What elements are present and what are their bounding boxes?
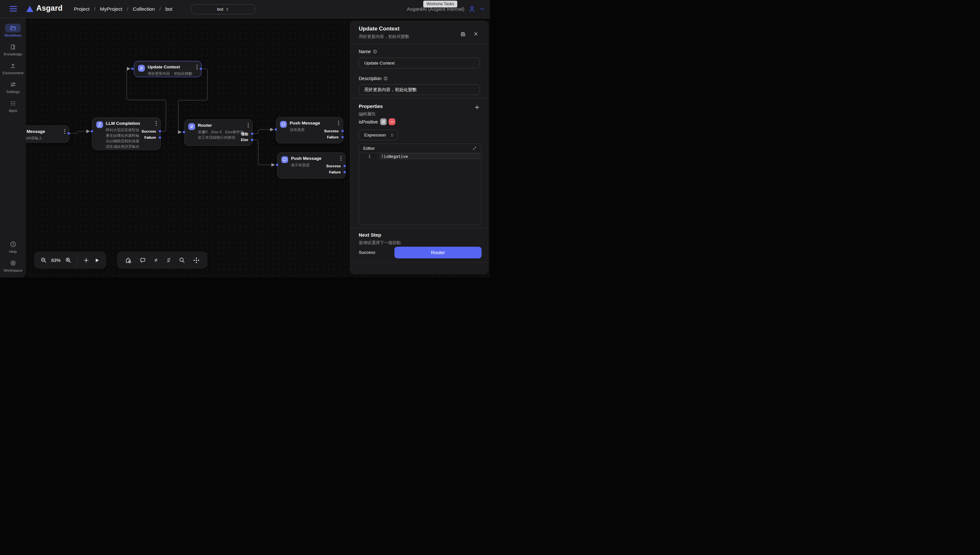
move-button[interactable] — [193, 257, 200, 264]
description-label: Description — [359, 76, 388, 81]
wire — [69, 131, 90, 133]
node-description: 呼叫大型語言模型並產生結構化的資料輸出以輔助流程的決策或生成自然語言輸出 — [106, 127, 143, 149]
output-port-label: Else — [241, 138, 248, 142]
name-input[interactable]: Update Context — [359, 58, 480, 68]
remove-property-button[interactable] — [389, 118, 396, 125]
properties-title: Properties — [359, 103, 383, 109]
folder-icon — [5, 24, 21, 32]
user-icon[interactable] — [468, 5, 476, 13]
node-title: Router — [198, 123, 212, 128]
node-description: 依據If、Else If、Else條件決定工作流程執行的路徑 — [198, 129, 244, 140]
kebab-menu-icon[interactable] — [155, 121, 157, 126]
sidebar-item-label: Workflows — [5, 34, 22, 37]
sidebar-item-workspace[interactable]: Workspace — [1, 259, 25, 272]
book-icon — [5, 42, 21, 51]
breadcrumb-item-bot[interactable]: bot — [165, 6, 172, 12]
node-llm-completion[interactable]: LLM Completion呼叫大型語言模型並產生結構化的資料輸出以輔助流程的決… — [92, 117, 161, 151]
run-button[interactable] — [94, 257, 100, 263]
add-property-button[interactable] — [474, 104, 480, 110]
sidebar-item-knowledge[interactable]: Knowledge — [1, 42, 25, 56]
node-update-context[interactable]: Update Context用於更新內容，初始化變數 — [134, 61, 202, 77]
swap-button[interactable] — [154, 258, 159, 263]
sidebar-item-label: Environment — [3, 71, 24, 75]
add-node-button[interactable] — [125, 257, 132, 264]
editor-line-number: 1 — [366, 154, 373, 159]
next-step-target-button[interactable]: Router — [394, 247, 482, 258]
sidebar-item-settings[interactable]: Settings — [1, 80, 25, 94]
node-router[interactable]: Router依據If、Else If、Else條件決定工作流程執行的路徑假如El… — [184, 119, 253, 146]
grid-icon — [5, 99, 21, 107]
wire — [252, 130, 273, 134]
sidebar-item-environment[interactable]: Environment — [1, 61, 25, 75]
breadcrumb-item-myproject[interactable]: MyProject — [100, 6, 123, 12]
updown-chevron-icon — [390, 133, 394, 138]
kebab-menu-icon[interactable] — [338, 120, 339, 125]
kebab-menu-icon[interactable] — [248, 123, 249, 128]
sidebar: WorkflowsKnowledgeEnvironmentSettingsApp… — [0, 18, 26, 278]
close-icon[interactable] — [474, 31, 478, 36]
node-title: Update Context — [148, 64, 180, 69]
kebab-menu-icon[interactable] — [64, 129, 66, 134]
breadcrumb-item-project[interactable]: Project — [74, 6, 90, 12]
zoom-out-button[interactable] — [40, 257, 47, 263]
sidebar-item-label: Knowledge — [4, 52, 22, 56]
panel-divider — [350, 228, 488, 228]
breadcrumb-separator: / — [127, 6, 128, 12]
output-port-label: Failure — [144, 135, 156, 140]
sidebar-item-apps[interactable]: Apps — [1, 99, 25, 112]
node-title: Push Message — [290, 120, 320, 125]
kebab-menu-icon[interactable] — [340, 156, 341, 161]
description-input[interactable]: 用於更新內容，初始化變數 — [359, 84, 480, 95]
edit-property-button[interactable] — [380, 118, 387, 125]
editor-code[interactable]: !isNegative — [381, 154, 408, 159]
next-step-subtitle: 新增或選擇下一個節點 — [359, 240, 401, 246]
name-label: Name — [359, 49, 377, 54]
hamburger-menu-icon[interactable] — [10, 5, 17, 12]
sidebar-item-workflows[interactable]: Workflows — [1, 24, 25, 37]
breadcrumb-item-collection[interactable]: Collection — [133, 6, 155, 12]
node-palette-toolbar — [117, 252, 207, 269]
expression-editor[interactable]: Editor 1 !isNegative — [359, 144, 481, 225]
sidebar-item-label: Help — [9, 250, 17, 253]
search-button[interactable] — [179, 257, 186, 263]
info-icon — [383, 76, 388, 81]
upload-icon — [5, 61, 21, 70]
property-type-select[interactable]: Expression — [359, 130, 398, 140]
panel-title: Update Context — [359, 26, 400, 32]
node-description: 訊息內容輸入 — [26, 135, 65, 141]
output-port-label: Failure — [329, 170, 341, 174]
sidebar-item-help[interactable]: ?Help — [1, 240, 25, 253]
brand-name: Asgard — [36, 4, 62, 13]
add-button[interactable] — [83, 257, 90, 263]
breadcrumb: Project/MyProject/Collection/bot — [74, 0, 172, 18]
help-icon: ? — [5, 240, 21, 249]
comment-button[interactable] — [139, 257, 146, 263]
pencil-icon — [381, 120, 385, 124]
editor-title: Editor — [363, 146, 375, 151]
updown-chevron-icon — [226, 7, 229, 12]
zoom-in-button[interactable] — [65, 257, 72, 263]
node-inspector-panel: Update Context 用於更新內容，初始化變數 Name Update … — [350, 21, 488, 274]
port-dot[interactable] — [131, 67, 133, 70]
properties-subtitle: 編輯屬性 — [359, 111, 376, 117]
save-icon[interactable] — [460, 31, 466, 37]
account-chevron-down-icon[interactable] — [480, 6, 485, 12]
node-title: LLM Completion — [106, 121, 140, 126]
node-push-message-1[interactable]: Push Message沒有負面SuccessFailure — [276, 117, 343, 143]
output-port-label: Success — [142, 129, 156, 133]
toolbar-divider — [77, 255, 77, 266]
node-message[interactable]: Message訊息內容輸入 — [26, 125, 69, 143]
top-bar: Asgard Project/MyProject/Collection/bot … — [0, 0, 490, 18]
kebab-menu-icon[interactable] — [196, 64, 198, 69]
node-push-message-2[interactable]: Push Message表示有負面SuccessFailure — [277, 152, 346, 179]
sidebar-item-label: Apps — [9, 109, 17, 112]
sidebar-item-label: Workspace — [3, 268, 22, 272]
chat-icon — [280, 121, 287, 128]
workflow-select[interactable]: bot — [191, 4, 255, 14]
expand-icon[interactable] — [472, 146, 477, 151]
llm-button[interactable] — [166, 258, 171, 263]
panel-divider — [350, 98, 488, 98]
output-port-label: Success — [326, 164, 341, 168]
node-title: Push Message — [291, 156, 322, 161]
zoom-toolbar: 83% — [34, 252, 106, 269]
